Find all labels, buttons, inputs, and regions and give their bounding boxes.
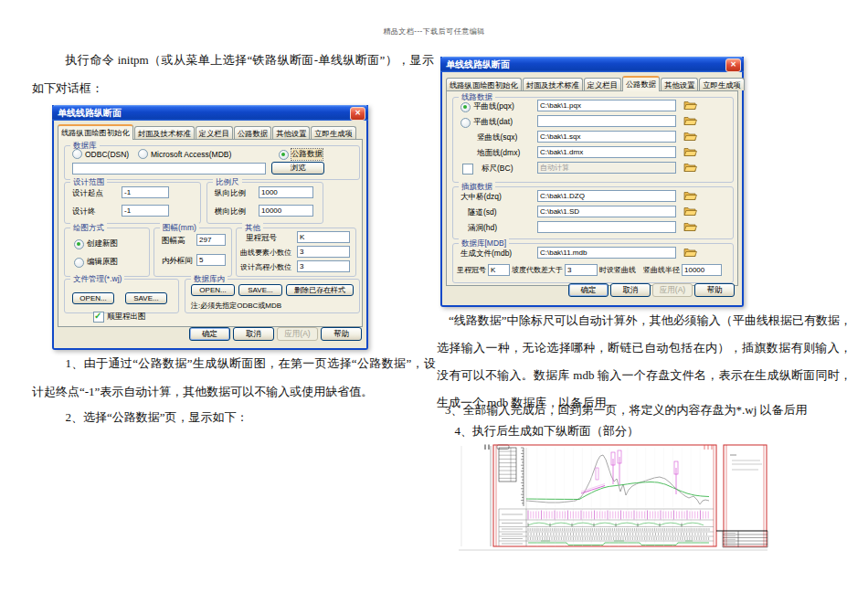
design-end-input[interactable] — [122, 205, 169, 217]
dialog2-titlebar[interactable]: 单线线路纵断面 ✕ — [440, 57, 744, 72]
close-icon[interactable]: ✕ — [725, 58, 741, 72]
h-scale-label: 横向比例 — [215, 206, 246, 217]
radio-highway[interactable]: 公路数据 — [279, 149, 323, 160]
elev-decimals-input[interactable] — [297, 260, 350, 272]
browse-folder-icon[interactable] — [683, 100, 698, 111]
tab-other-settings[interactable]: 其他设置 — [272, 126, 310, 139]
apply-button[interactable]: 应用(A) — [277, 327, 318, 341]
help-button[interactable]: 帮助 — [694, 283, 735, 297]
mdb-group: 数据库[MDB] 生成文件(mdb) 里程冠号 坡度代数差大于 时设竖曲线 竖曲… — [452, 243, 734, 283]
sheet-height-input[interactable] — [196, 234, 226, 246]
browse-folder-icon[interactable] — [683, 162, 698, 174]
design-end-label: 设计终 — [72, 206, 96, 217]
radio-odbc[interactable]: ODBC(DSN) — [72, 149, 129, 159]
tab-other-settings[interactable]: 其他设置 — [661, 78, 698, 90]
tab-cover-standard[interactable]: 封面及技术标准 — [134, 126, 195, 139]
radio-edit-drawing[interactable]: 编辑原图 — [74, 257, 118, 268]
mdb-file-input[interactable] — [537, 247, 676, 259]
design-start-input[interactable] — [122, 186, 169, 198]
db-delete-style-button[interactable]: 删除已存在样式 — [286, 284, 354, 296]
radio-odbc-circle[interactable] — [72, 149, 82, 159]
tab-highway-data[interactable]: 公路数据 — [234, 126, 271, 139]
tunnel-path-input[interactable] — [537, 206, 676, 217]
browse-folder-icon[interactable] — [683, 206, 698, 217]
ok-button[interactable]: 确定 — [189, 327, 230, 341]
sheet-margin-input[interactable] — [196, 254, 226, 266]
database-path-input[interactable] — [72, 163, 266, 175]
ruler-checkbox-box[interactable] — [462, 164, 473, 175]
cancel-button[interactable]: 取消 — [610, 283, 651, 297]
browse-folder-icon[interactable] — [683, 146, 698, 158]
tab-cover-standard[interactable]: 封面及技术标准 — [523, 78, 583, 90]
ruler-checkbox[interactable]: 标尺(BC) — [462, 164, 513, 175]
db-open-button[interactable]: OPEN... — [191, 284, 235, 296]
tab-line-init[interactable]: 线路纵面绘图初始化 — [446, 78, 522, 90]
mileage-order-checkbox-box[interactable] — [93, 312, 104, 323]
tab-define-columns[interactable]: 定义栏目 — [584, 78, 621, 90]
tab-highway-data[interactable]: 公路数据 — [622, 76, 660, 91]
radio-new-circle[interactable] — [74, 239, 84, 249]
mdb-prefix-label: 里程冠号 — [457, 265, 486, 275]
design-range-title: 设计范围 — [70, 177, 107, 187]
bridge-label: 大中桥(dzq) — [460, 192, 502, 203]
tab-generate-now[interactable]: 立即生成项 — [311, 126, 355, 139]
browse-folder-icon[interactable] — [683, 221, 698, 233]
scale-group: 比例尺 纵向比例 横向比例 — [206, 182, 323, 224]
dialog2-panel: 线路数据 平曲线(pqx) 平曲线(dat) 竖曲线(sqx) 地面线(dmx) — [446, 90, 738, 286]
culvert-path-input[interactable] — [537, 221, 676, 233]
mileage-prefix-input[interactable] — [297, 231, 350, 243]
radio-access[interactable]: Microsoft Access(MDB) — [138, 149, 231, 159]
db-inner-note: 注:必须先指定ODBC或MDB — [191, 301, 281, 311]
ok-button[interactable]: 确定 — [568, 283, 609, 297]
dmx-path-input[interactable] — [537, 146, 676, 158]
file-save-button[interactable]: SAVE... — [125, 292, 167, 304]
db-inner-group: 数据库内 OPEN... SAVE... 删除已存在样式 注:必须先指定ODBC… — [185, 279, 360, 313]
tab-line-init[interactable]: 线路纵面绘图初始化 — [58, 124, 133, 140]
mileage-order-checkbox[interactable]: 顺里程出图 — [93, 312, 146, 323]
bridge-path-input[interactable] — [537, 190, 676, 202]
dialog1-titlebar[interactable]: 单线线路纵断面 ✕ — [52, 105, 368, 121]
db-save-button[interactable]: SAVE... — [238, 284, 282, 296]
cancel-button[interactable]: 取消 — [233, 327, 274, 341]
browse-button[interactable]: 浏览 — [271, 162, 324, 175]
mdb-prefix-input[interactable] — [488, 264, 510, 276]
step2-paragraph: 2、选择“公路数据”页，显示如下： — [32, 403, 436, 431]
header-note: 精品文档---下载后可任意编辑 — [0, 26, 868, 37]
radio-edit-circle[interactable] — [74, 258, 84, 268]
dat-path-input[interactable] — [537, 115, 676, 127]
curve-decimals-input[interactable] — [297, 246, 350, 258]
h-scale-input[interactable] — [259, 205, 313, 217]
file-open-button[interactable]: OPEN... — [72, 292, 114, 304]
mileage-prefix-label: 里程冠号 — [246, 233, 277, 244]
browse-folder-icon[interactable] — [683, 115, 698, 127]
radio-new-drawing[interactable]: 创建新图 — [74, 238, 118, 249]
tab-generate-now[interactable]: 立即生成项 — [699, 78, 744, 90]
pqx-path-input[interactable] — [537, 100, 676, 111]
sqx-path-input[interactable] — [537, 131, 676, 143]
radio-access-circle[interactable] — [138, 149, 148, 159]
database-group: 数据库 ODBC(DSN) Microsoft Access(MDB) 公路数据… — [64, 145, 360, 180]
radio-pqx-circle[interactable] — [460, 102, 471, 112]
browse-folder-icon[interactable] — [683, 190, 698, 202]
other-group-title: 其他 — [242, 223, 263, 233]
v-scale-label: 纵向比例 — [215, 188, 246, 199]
slope-diff-input[interactable] — [565, 264, 598, 276]
vc-radius-input[interactable] — [682, 264, 722, 276]
radio-dat[interactable]: 平曲线(dat) — [460, 117, 513, 128]
other-group: 其他 里程冠号 曲线要素小数位 设计高程小数位 — [236, 228, 356, 277]
scale-group-title: 比例尺 — [213, 177, 242, 187]
dialog-highway-data: 单线线路纵断面 ✕ 线路纵面绘图初始化 封面及技术标准 定义栏目 公路数据 其他… — [440, 57, 744, 307]
design-range-group: 设计范围 设计起点 设计终 — [64, 182, 201, 224]
v-scale-input[interactable] — [259, 186, 313, 198]
radio-pqx[interactable]: 平曲线(pqx) — [460, 101, 514, 112]
help-button[interactable]: 帮助 — [321, 327, 362, 341]
radio-dat-circle[interactable] — [460, 118, 471, 128]
ruler-auto-input[interactable] — [537, 162, 676, 174]
close-icon[interactable]: ✕ — [350, 107, 365, 121]
radio-highway-circle[interactable] — [279, 150, 289, 160]
tab-define-columns[interactable]: 定义栏目 — [196, 126, 233, 139]
apply-button[interactable]: 应用(A) — [652, 283, 693, 297]
browse-folder-icon[interactable] — [683, 247, 698, 259]
browse-folder-icon[interactable] — [683, 131, 698, 143]
dialog2-title: 单线线路纵断面 — [446, 59, 510, 69]
